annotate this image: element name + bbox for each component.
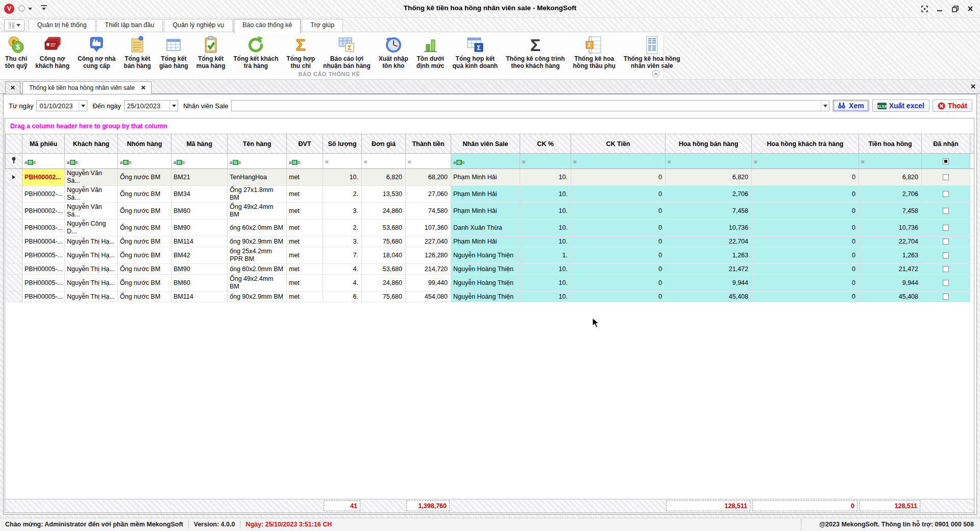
filter-cell-10[interactable]: aBc	[451, 154, 520, 169]
cell-s-l-ng[interactable]: 7.	[323, 247, 362, 264]
cell-hoa-h-ng-b-n-h-ng[interactable]: 6,820	[666, 169, 752, 186]
filter-cell-3[interactable]: aBc	[118, 154, 172, 169]
group-by-hint[interactable]: Drag a column header here to group by th…	[5, 118, 974, 134]
cell-ck-[interactable]: 10.	[520, 220, 571, 236]
to-date-picker[interactable]: 25/10/2023	[124, 100, 178, 111]
received-checkbox[interactable]	[943, 191, 949, 197]
column-header-4[interactable]: Mã hàng	[172, 134, 228, 154]
cell-m-phi-u[interactable]: PBH00005-...	[22, 275, 65, 292]
toolbar-button-1[interactable]: €$Thu chi tồn quỹ	[1, 33, 31, 69]
cell-ti-n-hoa-h-ng[interactable]: 6,820	[859, 169, 922, 186]
cell-ti-n-hoa-h-ng[interactable]: 7,458	[859, 203, 922, 220]
cell-hoa-h-ng-b-n-h-ng[interactable]: 22,704	[666, 236, 752, 247]
table-row-1[interactable]: PBH00002...Nguyễn Văn Sá...Ống nước BMBM…	[6, 169, 975, 186]
cell-nh-m-h-ng[interactable]: Ống nước BM	[118, 247, 172, 264]
cell--n-gi-[interactable]: 53,680	[362, 220, 406, 236]
filter-cell-16[interactable]	[922, 154, 970, 169]
received-checkbox[interactable]	[943, 266, 949, 272]
cell-th-nh-ti-n[interactable]: 107,360	[406, 220, 451, 236]
cell-ck-[interactable]: 10.	[520, 292, 571, 302]
grid-empty-area[interactable]	[5, 302, 974, 499]
cell--n-gi-[interactable]: 75,680	[362, 292, 406, 302]
cell-nh-n-vi-n-sale[interactable]: Nguyễn Hoàng Thiện	[451, 275, 520, 292]
cell-ck-ti-n[interactable]: 0	[571, 264, 666, 275]
from-date-dropdown-icon[interactable]	[79, 101, 87, 111]
received-checkbox[interactable]	[943, 252, 949, 258]
cell-kh-ch-h-ng[interactable]: Nguyễn Thị Hạ...	[65, 275, 118, 292]
cell-nh-m-h-ng[interactable]: Ống nước BM	[118, 169, 172, 186]
cell--nh-n[interactable]	[922, 236, 970, 247]
cell-ck-ti-n[interactable]: 0	[571, 247, 666, 264]
column-header-11[interactable]: CK %	[520, 134, 571, 154]
cell-kh-ch-h-ng[interactable]: Nguyễn Văn Sá...	[65, 169, 118, 186]
cell-ck-[interactable]: 10.	[520, 186, 571, 203]
cell--nh-n[interactable]	[922, 247, 970, 264]
cell-t-n-h-ng[interactable]: Ống 49x2.4mm BM	[228, 203, 287, 220]
cell-m-h-ng[interactable]: BM21	[172, 169, 228, 186]
cell-th-nh-ti-n[interactable]: 227,040	[406, 236, 451, 247]
filter-cell-7[interactable]: =	[323, 154, 362, 169]
filter-cell-2[interactable]: aBc	[65, 154, 118, 169]
cell-nh-m-h-ng[interactable]: Ống nước BM	[118, 264, 172, 275]
cell-ti-n-hoa-h-ng[interactable]: 9,944	[859, 275, 922, 292]
toolbar-button-5[interactable]: Tổng kết giao hàng	[155, 33, 192, 69]
column-header-9[interactable]: Thành tiền	[406, 134, 451, 154]
cell--n-gi-[interactable]: 13,530	[362, 186, 406, 203]
ribbon-tab-4[interactable]: Báo cáo thống kê	[234, 19, 301, 33]
restore-button[interactable]	[947, 2, 963, 15]
cell-nh-n-vi-n-sale[interactable]: Phạm Minh Hải	[451, 169, 520, 186]
cell-m-h-ng[interactable]: BM60	[172, 275, 228, 292]
fit-screen-button[interactable]	[917, 2, 932, 15]
cell--vt[interactable]: met	[287, 292, 323, 302]
cell--nh-n[interactable]	[922, 275, 970, 292]
cell-m-phi-u[interactable]: PBH00002-...	[22, 203, 65, 220]
column-header-2[interactable]: Khách hàng	[65, 134, 118, 154]
cell-m-h-ng[interactable]: BM34	[172, 186, 228, 203]
application-menu-button[interactable]	[4, 19, 24, 31]
cell-hoa-h-ng-kh-ch-tr-h-ng[interactable]: 0	[752, 236, 859, 247]
cell-s-l-ng[interactable]: 4.	[323, 264, 362, 275]
filter-cell-8[interactable]: =	[362, 154, 406, 169]
column-header-6[interactable]: ĐVT	[287, 134, 323, 154]
tabstrip-close-left-button[interactable]: ✕	[5, 81, 20, 94]
cell-ti-n-hoa-h-ng[interactable]: 45,408	[859, 292, 922, 302]
cell-nh-n-vi-n-sale[interactable]: Phạm Minh Hải	[451, 186, 520, 203]
cell-hoa-h-ng-kh-ch-tr-h-ng[interactable]: 0	[752, 292, 859, 302]
cell-th-nh-ti-n[interactable]: 27,060	[406, 186, 451, 203]
cell-ck-ti-n[interactable]: 0	[571, 169, 666, 186]
toolbar-button-8[interactable]: ΣTổng hợp thu chi	[282, 33, 319, 69]
filter-cell-9[interactable]: =	[406, 154, 451, 169]
cell--n-gi-[interactable]: 24,860	[362, 203, 406, 220]
column-header-10[interactable]: Nhân viên Sale	[451, 134, 520, 154]
cell-kh-ch-h-ng[interactable]: Nguyễn Thị Hạ...	[65, 247, 118, 264]
cell-m-h-ng[interactable]: BM90	[172, 220, 228, 236]
filter-cell-15[interactable]: =	[859, 154, 922, 169]
filter-cell-12[interactable]: =	[571, 154, 666, 169]
column-header-1[interactable]: Mã phiếu	[22, 134, 65, 154]
toolbar-button-4[interactable]: Tổng kết bán hàng	[120, 33, 155, 69]
cell-hoa-h-ng-kh-ch-tr-h-ng[interactable]: 0	[752, 203, 859, 220]
cell-t-n-h-ng[interactable]: Ống 27x1.8mm BM	[228, 186, 287, 203]
cell-s-l-ng[interactable]: 2.	[323, 186, 362, 203]
toolbar-button-12[interactable]: ΣTổng hợp kết quả kinh doanh	[449, 33, 502, 69]
cell-t-n-h-ng[interactable]: ống 90x2.9mm BM	[228, 292, 287, 302]
filter-cell-13[interactable]: =	[666, 154, 752, 169]
table-row-6[interactable]: PBH00005-...Nguyễn Thị Hạ...Ống nước BMB…	[6, 247, 975, 264]
cell-t-n-h-ng[interactable]: ống 60x2.0mm BM	[228, 264, 287, 275]
cell--n-gi-[interactable]: 24,860	[362, 275, 406, 292]
toolbar-button-14[interactable]: ΣThống kê hoa hồng thầu phụ	[569, 33, 620, 69]
filter-cell-1[interactable]: aBc	[22, 154, 65, 169]
cell--nh-n[interactable]	[922, 264, 970, 275]
table-row-5[interactable]: PBH00004-...Nguyễn Thị Hạ...Ống nước BMB…	[6, 236, 975, 247]
column-header-12[interactable]: CK Tiền	[571, 134, 666, 154]
cell-hoa-h-ng-kh-ch-tr-h-ng[interactable]: 0	[752, 264, 859, 275]
cell--vt[interactable]: met	[287, 236, 323, 247]
cell-ti-n-hoa-h-ng[interactable]: 10,736	[859, 220, 922, 236]
filter-cell-5[interactable]: aBc	[228, 154, 287, 169]
cell-m-h-ng[interactable]: BM60	[172, 203, 228, 220]
cell-kh-ch-h-ng[interactable]: Nguyễn Công D...	[65, 220, 118, 236]
filter-cell-11[interactable]: =	[520, 154, 571, 169]
cell--vt[interactable]: met	[287, 264, 323, 275]
cell-nh-m-h-ng[interactable]: Ống nước BM	[118, 292, 172, 302]
toolbar-button-13[interactable]: ΣThống kê công trình theo khách hàng	[502, 33, 569, 69]
